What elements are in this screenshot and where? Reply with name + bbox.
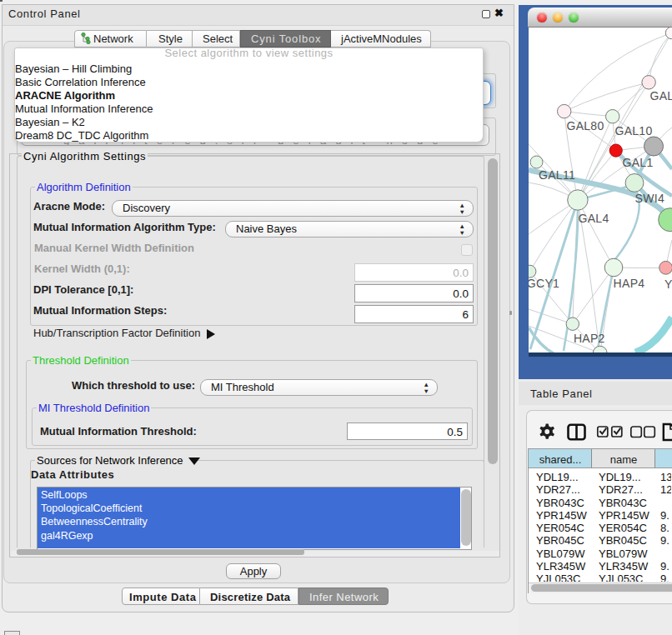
svg-text:GAL2: GAL2 — [650, 89, 672, 102]
svg-text:GCY1: GCY1 — [529, 277, 559, 290]
svg-text:GAL10: GAL10 — [614, 124, 652, 138]
svg-text:GAL1: GAL1 — [623, 156, 654, 169]
svg-text:HAP2: HAP2 — [574, 332, 605, 345]
svg-text:GAL4: GAL4 — [579, 212, 609, 225]
svg-text:SWI4: SWI4 — [635, 192, 664, 205]
svg-text:YJ: YJ — [664, 278, 672, 291]
svg-text:GAL11: GAL11 — [539, 168, 575, 182]
svg-text:GAL80: GAL80 — [566, 119, 604, 132]
svg-text:HAP4: HAP4 — [614, 277, 645, 290]
